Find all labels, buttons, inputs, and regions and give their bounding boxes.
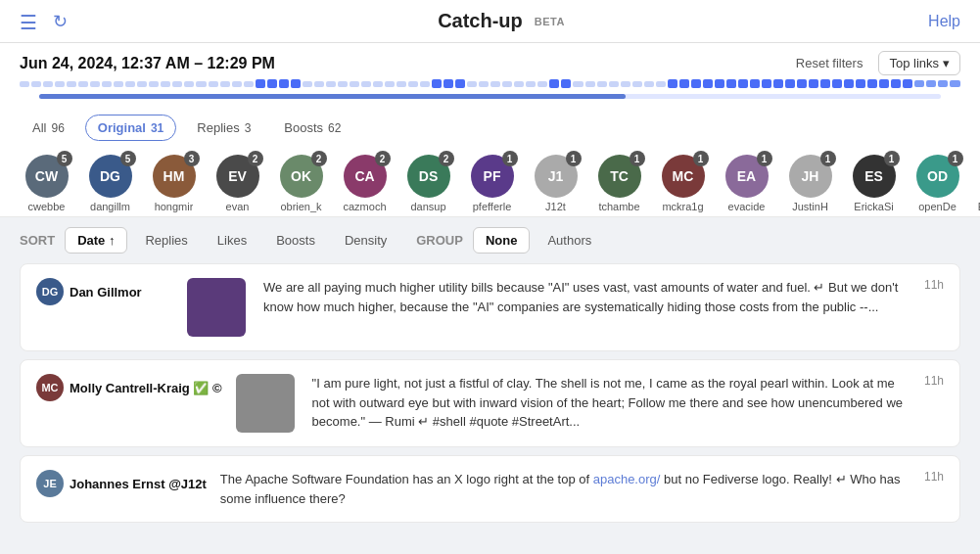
- avatar-badge-J12t: 1: [566, 151, 582, 166]
- avatar-label-openDe: openDe: [918, 201, 957, 212]
- avatar-item-ErickaSi[interactable]: ES1ErickaSi: [847, 155, 901, 212]
- filter-tab-replies-label: Replies: [197, 120, 239, 135]
- header: ☰ ↻ Catch-up BETA Help: [0, 0, 980, 43]
- avatar-label-cazmoch: cazmoch: [343, 201, 386, 212]
- app-title-area: Catch-up BETA: [438, 10, 565, 32]
- avatar-badge-JustinH: 1: [820, 151, 836, 166]
- post-avatar-post-3: JE: [36, 470, 64, 497]
- sort-tab-date[interactable]: Date ↑: [65, 227, 127, 254]
- post-author-name-post-3[interactable]: Johannes Ernst @J12t: [70, 477, 207, 491]
- filter-tab-original[interactable]: Original 31: [85, 115, 176, 141]
- avatar-label-JustinH: JustinH: [792, 201, 828, 212]
- chevron-down-icon: ▾: [943, 56, 950, 70]
- avatar-badge-dangillm: 5: [120, 151, 136, 166]
- sort-tab-replies[interactable]: Replies: [133, 228, 199, 253]
- timeline-scrollbar-thumb: [39, 94, 626, 99]
- date-bar-right: Reset filters Top links ▾: [796, 51, 960, 75]
- filter-tab-boosts-label: Boosts: [284, 120, 323, 135]
- avatar-item-hongmir[interactable]: HM3hongmir: [147, 155, 201, 212]
- avatar-item-openDe[interactable]: OD1openDe: [910, 155, 964, 212]
- avatar-item-EUComm[interactable]: EU1EUComm: [974, 155, 980, 212]
- posts-list: DGDan GillmorWe are all paying much high…: [0, 263, 980, 523]
- post-item-post-1: DGDan GillmorWe are all paying much high…: [20, 263, 960, 351]
- avatar-item-pfefferle[interactable]: PF1pfefferle: [465, 155, 519, 212]
- avatar-item-obrien_k[interactable]: OK2obrien_k: [274, 155, 328, 212]
- post-author-name-post-1[interactable]: Dan Gillmor: [70, 285, 142, 300]
- timeline[interactable]: [0, 75, 980, 94]
- post-time-post-2: 11h: [924, 374, 944, 388]
- post-item-post-2: MCMolly Cantrell-Kraig ✅ ©"I am pure lig…: [20, 359, 960, 447]
- avatar-item-cazmoch[interactable]: CA2cazmoch: [338, 155, 392, 212]
- date-bar: Jun 24, 2024, 12:37 AM – 12:29 PM Reset …: [0, 43, 980, 75]
- filter-tab-boosts-count: 62: [328, 121, 341, 135]
- avatar-badge-hongmir: 3: [184, 151, 200, 166]
- menu-icon[interactable]: ☰: [20, 11, 41, 32]
- filter-tab-original-label: Original: [98, 120, 146, 135]
- sort-tab-likes[interactable]: Likes: [206, 228, 258, 253]
- avatar-label-pfefferle: pfefferle: [473, 201, 512, 212]
- reset-filters-button[interactable]: Reset filters: [796, 56, 863, 70]
- beta-badge: BETA: [535, 16, 565, 27]
- avatar-item-J12t[interactable]: J11J12t: [529, 155, 583, 212]
- avatar-label-dansup: dansup: [410, 201, 445, 212]
- sort-label: SORT: [20, 233, 55, 248]
- group-tab-authors[interactable]: Authors: [536, 228, 603, 253]
- filter-tabs: All 96 Original 31 Replies 3 Boosts 62: [0, 107, 980, 149]
- avatar-badge-ErickaSi: 1: [884, 151, 900, 166]
- avatar-item-JustinH[interactable]: JH1JustinH: [783, 155, 837, 212]
- avatar-badge-evacide: 1: [757, 151, 772, 166]
- sort-tab-boosts[interactable]: Boosts: [264, 228, 327, 253]
- avatar-badge-mckra1g: 1: [693, 151, 709, 166]
- post-author-name-post-2[interactable]: Molly Cantrell-Kraig ✅ ©: [70, 381, 222, 395]
- avatar-item-cwebbe[interactable]: CW5cwebbe: [20, 155, 73, 212]
- avatar-label-ErickaSi: ErickaSi: [854, 201, 893, 212]
- post-text-post-2: "I am pure light, not just a fistful of …: [312, 374, 910, 432]
- post-item-post-3: JEJohannes Ernst @J12tThe Apache Softwar…: [20, 455, 960, 523]
- help-link[interactable]: Help: [928, 13, 960, 30]
- header-left: ☰ ↻: [20, 11, 74, 32]
- sort-bar: SORT Date ↑ Replies Likes Boosts Density…: [0, 217, 980, 263]
- post-time-post-3: 11h: [924, 470, 944, 484]
- avatar-label-obrien_k: obrien_k: [280, 201, 321, 212]
- filter-tab-replies-count: 3: [245, 121, 252, 135]
- avatar-label-J12t: J12t: [545, 201, 566, 212]
- refresh-icon[interactable]: ↻: [53, 11, 74, 32]
- avatar-item-dansup[interactable]: DS2dansup: [401, 155, 455, 212]
- avatar-item-dangillm[interactable]: DG5dangillm: [83, 155, 137, 212]
- top-links-button[interactable]: Top links ▾: [878, 51, 960, 75]
- post-text-post-3: The Apache Software Foundation has an X …: [220, 470, 910, 508]
- post-link-post-3[interactable]: apache.org/: [593, 472, 661, 486]
- avatar-label-mckra1g: mckra1g: [662, 201, 703, 212]
- avatar-badge-openDe: 1: [948, 151, 963, 166]
- post-thumbnail-post-1: [187, 278, 246, 337]
- post-text-post-1: We are all paying much higher utility bi…: [263, 278, 910, 316]
- top-links-label: Top links: [889, 56, 939, 70]
- group-label: GROUP: [416, 233, 463, 248]
- avatar-badge-evan: 2: [248, 151, 263, 166]
- filter-tab-all-label: All: [32, 120, 46, 135]
- avatar-label-hongmir: hongmir: [155, 201, 194, 212]
- filter-tab-replies[interactable]: Replies 3: [184, 115, 263, 141]
- post-avatar-post-2: MC: [36, 374, 64, 401]
- filter-tab-boosts[interactable]: Boosts 62: [271, 115, 353, 141]
- avatar-badge-tchambe: 1: [630, 151, 645, 166]
- post-time-post-1: 11h: [924, 278, 944, 292]
- filter-tab-all[interactable]: All 96: [20, 115, 77, 141]
- avatar-badge-cazmoch: 2: [375, 151, 391, 166]
- timeline-scroll-area: [0, 94, 980, 107]
- avatar-label-evan: evan: [226, 201, 250, 212]
- avatar-item-evacide[interactable]: EA1evacide: [720, 155, 773, 212]
- avatar-label-tchambe: tchambe: [598, 201, 639, 212]
- avatar-label-cwebbe: cwebbe: [28, 201, 66, 212]
- avatar-item-evan[interactable]: EV2evan: [210, 155, 264, 212]
- avatar-item-mckra1g[interactable]: MC1mckra1g: [656, 155, 710, 212]
- timeline-scrollbar[interactable]: [39, 94, 941, 99]
- sort-tab-density[interactable]: Density: [333, 228, 398, 253]
- avatar-item-tchambe[interactable]: TC1tchambe: [592, 155, 646, 212]
- post-thumbnail-post-2: [236, 374, 295, 433]
- avatar-badge-obrien_k: 2: [311, 151, 327, 166]
- app-title: Catch-up: [438, 10, 523, 32]
- group-tab-none[interactable]: None: [473, 227, 531, 254]
- date-range: Jun 24, 2024, 12:37 AM – 12:29 PM: [20, 55, 275, 72]
- filter-tab-all-count: 96: [51, 121, 64, 135]
